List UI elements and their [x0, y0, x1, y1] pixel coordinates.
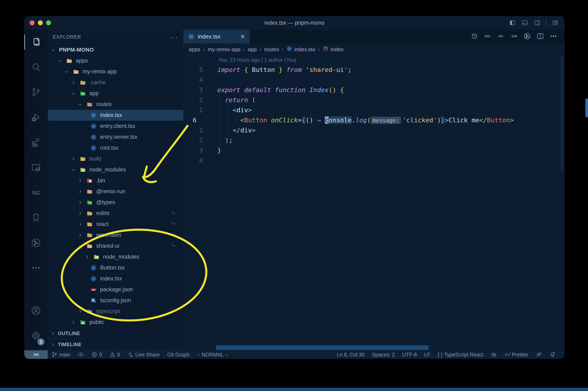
- breadcrumb-my-remix-app[interactable]: my-remix-app: [208, 46, 240, 53]
- chevron-right-icon[interactable]: [78, 309, 86, 314]
- breadcrumb-routes[interactable]: routes: [264, 46, 279, 53]
- section-outline[interactable]: OUTLINE: [48, 328, 183, 339]
- chevron-right-icon[interactable]: [71, 320, 79, 325]
- code-line-5[interactable]: 5import { Button } from 'shared-ui';: [183, 65, 565, 75]
- folder-node-modules[interactable]: JSnode_modules: [48, 251, 183, 262]
- folder-react[interactable]: react: [48, 219, 183, 230]
- statusbar-sync-button[interactable]: [78, 352, 84, 358]
- code-line-3[interactable]: 3}: [183, 145, 565, 155]
- folder-.cache[interactable]: .cache: [48, 77, 183, 88]
- editor-action-more-icon[interactable]: [550, 32, 557, 41]
- file-tsconfig.json[interactable]: TS⚙tsconfig.json: [48, 295, 183, 306]
- code-line-2[interactable]: 2 );: [183, 135, 565, 145]
- editor-action-gitgraph-circle-icon[interactable]: [523, 32, 531, 41]
- folder-.bin[interactable]: 01.bin: [48, 175, 183, 186]
- chevron-down-icon[interactable]: [51, 48, 59, 52]
- statusbar-cursor-position[interactable]: Ln 6, Col 30: [337, 352, 365, 358]
- chevron-down-icon[interactable]: [71, 91, 79, 96]
- folder-build[interactable]: build: [48, 153, 183, 164]
- statusbar-eol[interactable]: LF: [424, 352, 430, 358]
- activity-explorer-icon[interactable]: [24, 30, 48, 55]
- file-root.tsx[interactable]: root.tsx: [48, 142, 183, 153]
- editor-action-next-icon[interactable]: [510, 32, 518, 41]
- chevron-down-icon[interactable]: [78, 102, 86, 107]
- file-button.tsx[interactable]: Button.tsx: [48, 262, 183, 273]
- chevron-right-icon[interactable]: [78, 189, 86, 194]
- code-line-3[interactable]: 3export default function Index() {: [183, 85, 565, 95]
- chevron-right-icon[interactable]: [78, 179, 86, 183]
- statusbar-notifications[interactable]: [549, 352, 556, 358]
- activity-more-views-icon[interactable]: [24, 255, 48, 280]
- panel-bottom-toggle-icon[interactable]: [521, 20, 528, 26]
- statusbar-warnings[interactable]: 0: [109, 352, 120, 358]
- layouts-toggle-icon[interactable]: [552, 20, 559, 26]
- file-entry.server.tsx[interactable]: entry.server.tsx: [48, 132, 183, 142]
- activity-git-graph-icon[interactable]: [24, 230, 48, 255]
- activity-nx-console-icon[interactable]: N: [24, 180, 48, 205]
- tab-close-icon[interactable]: ✕: [240, 33, 245, 40]
- statusbar-git-graph[interactable]: Git Graph: [167, 352, 190, 358]
- file-index.tsx[interactable]: index.tsx: [48, 110, 183, 121]
- folder-public[interactable]: public: [48, 317, 183, 328]
- folder-pnpm-mono[interactable]: PNPM-MONO: [48, 44, 183, 55]
- statusbar-prettier[interactable]: ✓✓ Prettier: [504, 352, 528, 358]
- folder-eslint[interactable]: eslint: [48, 208, 183, 219]
- code-editor[interactable]: You, 23 hours ago | 1 author (You) 5impo…: [183, 55, 565, 350]
- folder-node-modules[interactable]: JSnode_modules: [48, 164, 183, 175]
- chevron-down-icon[interactable]: [58, 59, 66, 63]
- breadcrumb-index.tsx[interactable]: index.tsx: [286, 46, 315, 53]
- editor-action-history-icon[interactable]: [471, 32, 478, 41]
- horizontal-scrollbar[interactable]: [216, 345, 428, 350]
- folder-react-dom[interactable]: react-dom: [48, 230, 183, 241]
- chevron-right-icon[interactable]: [78, 200, 86, 205]
- editor-action-prev-icon[interactable]: [484, 32, 491, 41]
- folder-my-remix-app[interactable]: my-remix-app: [48, 66, 183, 77]
- statusbar-feedback[interactable]: [536, 352, 542, 358]
- statusbar-branch-indicator[interactable]: main: [51, 352, 70, 358]
- code-line-2[interactable]: 2 return (: [183, 95, 565, 105]
- section-timeline[interactable]: TIMELINE: [48, 339, 183, 350]
- chevron-right-icon[interactable]: [78, 222, 86, 226]
- code-line-1[interactable]: 1 <div>: [183, 105, 565, 115]
- file-package.json[interactable]: npmpackage.json: [48, 284, 183, 295]
- activity-bookmarks-icon[interactable]: [24, 205, 48, 230]
- breadcrumb-apps[interactable]: apps: [189, 46, 200, 53]
- activity-run-debug-icon[interactable]: [24, 105, 48, 130]
- chevron-right-icon[interactable]: [71, 157, 79, 161]
- activity-remote-explorer-icon[interactable]: [24, 155, 48, 180]
- editor-action-current-icon[interactable]: [497, 32, 504, 41]
- activity-search-icon[interactable]: [24, 55, 48, 80]
- chevron-right-icon[interactable]: [78, 233, 86, 237]
- panel-left-toggle-icon[interactable]: [509, 20, 516, 26]
- vertical-scrollbar[interactable]: [561, 55, 564, 170]
- chevron-down-icon[interactable]: [71, 168, 79, 172]
- file-index.tsx[interactable]: index.tsx: [48, 273, 183, 284]
- statusbar-indentation[interactable]: Spaces: 2: [372, 352, 395, 358]
- activity-extensions-icon[interactable]: [24, 130, 48, 155]
- file-entry.client.tsx[interactable]: entry.client.tsx: [48, 121, 183, 132]
- panel-right-toggle-icon[interactable]: [534, 20, 541, 26]
- folder-@remix-run[interactable]: @remix-run: [48, 186, 183, 197]
- statusbar-copilot[interactable]: [491, 352, 497, 358]
- activity-accounts-icon[interactable]: [24, 298, 48, 323]
- code-line-4[interactable]: 4: [183, 155, 565, 165]
- code-line-1[interactable]: 1 </div>: [183, 125, 565, 135]
- statusbar-encoding[interactable]: UTF-8: [402, 352, 417, 358]
- folder-shared-ui[interactable]: shared-ui: [48, 241, 183, 251]
- activity-source-control-icon[interactable]: [24, 80, 48, 105]
- remote-indicator[interactable]: ><: [24, 350, 48, 359]
- chevron-down-icon[interactable]: [78, 244, 86, 248]
- folder-app[interactable]: ⚙app: [48, 88, 183, 99]
- explorer-more-actions-button[interactable]: ···: [170, 33, 178, 41]
- folder-typescript[interactable]: TStypescript: [48, 306, 183, 317]
- folder-routes[interactable]: routes: [48, 99, 183, 110]
- code-line-4[interactable]: 4: [183, 75, 565, 85]
- folder-apps[interactable]: apps: [48, 55, 183, 66]
- statusbar-language-mode[interactable]: { }TypeScript React: [438, 352, 483, 358]
- tab-index-tsx[interactable]: index.tsx ✕: [183, 30, 250, 44]
- breadcrumb-index[interactable]: Index: [323, 46, 344, 53]
- editor-action-split-icon[interactable]: [537, 32, 544, 41]
- chevron-right-icon[interactable]: [78, 211, 86, 216]
- statusbar-errors[interactable]: 0: [91, 352, 102, 358]
- chevron-right-icon[interactable]: [85, 255, 93, 259]
